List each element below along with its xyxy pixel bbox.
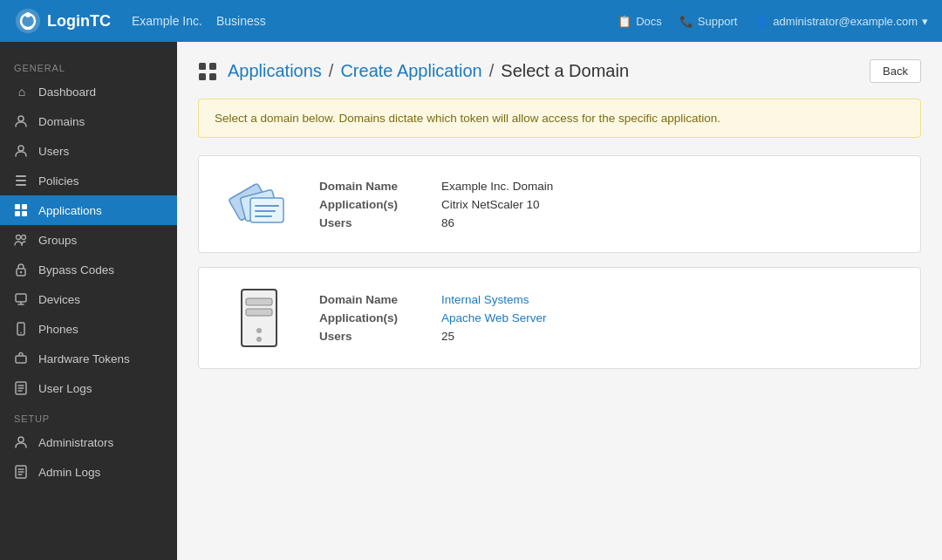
breadcrumb-separator-2: / bbox=[489, 61, 495, 81]
sidebar-item-groups[interactable]: Groups bbox=[0, 225, 177, 255]
svg-point-12 bbox=[17, 236, 21, 240]
sidebar-item-label: Administrators bbox=[38, 436, 113, 449]
docs-link[interactable]: 📋 Docs bbox=[618, 15, 662, 28]
sidebar-item-label: Applications bbox=[38, 204, 102, 217]
users-value-2: 25 bbox=[441, 330, 547, 343]
breadcrumb-separator-1: / bbox=[329, 61, 334, 81]
svg-rect-8 bbox=[15, 204, 20, 209]
applications-value-2[interactable]: Apache Web Server bbox=[441, 311, 547, 324]
domains-icon bbox=[14, 114, 30, 128]
applications-label-1: Application(s) bbox=[319, 198, 441, 211]
log-icon bbox=[14, 381, 30, 395]
users-label-2: Users bbox=[319, 330, 441, 343]
sidebar-item-label: Policies bbox=[38, 174, 79, 188]
sidebar-item-user-logs[interactable]: User Logs bbox=[0, 373, 177, 403]
breadcrumb-applications[interactable]: Applications bbox=[228, 61, 322, 81]
topnav-right: 📋 Docs 📞 Support 👤 administrator@example… bbox=[618, 15, 928, 28]
grid-icon bbox=[198, 62, 217, 81]
svg-point-3 bbox=[18, 116, 24, 121]
svg-rect-11 bbox=[22, 211, 27, 216]
svg-rect-10 bbox=[15, 211, 20, 216]
sidebar-item-label: Users bbox=[38, 145, 69, 158]
users-value-1: 86 bbox=[441, 216, 553, 229]
svg-point-13 bbox=[22, 236, 26, 240]
sidebar-item-bypass-codes[interactable]: Bypass Codes bbox=[0, 255, 177, 284]
sidebar-item-label: Dashboard bbox=[38, 85, 96, 99]
domain-name-value-2[interactable]: Internal Systems bbox=[441, 293, 547, 306]
user-menu[interactable]: 👤 administrator@example.com ▾ bbox=[754, 15, 928, 28]
token-icon bbox=[14, 352, 30, 365]
logo-text: LoginTC bbox=[47, 12, 111, 31]
svg-point-37 bbox=[256, 337, 262, 342]
svg-point-21 bbox=[18, 437, 24, 442]
breadcrumb-current: Select a Domain bbox=[501, 61, 629, 81]
domain-info-1: Domain Name Example Inc. Domain Applicat… bbox=[319, 180, 553, 229]
domain-name-label-1: Domain Name bbox=[319, 180, 441, 193]
sidebar-item-admin-logs[interactable]: Admin Logs bbox=[0, 457, 177, 487]
admin-log-icon bbox=[14, 465, 30, 479]
sidebar-item-devices[interactable]: Devices bbox=[0, 284, 177, 314]
svg-rect-24 bbox=[209, 63, 216, 70]
svg-rect-9 bbox=[22, 204, 27, 209]
svg-point-4 bbox=[18, 146, 24, 151]
sidebar-item-label: User Logs bbox=[38, 382, 92, 395]
breadcrumb-create-application[interactable]: Create Application bbox=[340, 61, 481, 81]
org-name[interactable]: Example Inc. bbox=[132, 14, 202, 28]
sidebar-item-administrators[interactable]: Administrators bbox=[0, 427, 177, 457]
domain-card-1[interactable]: Domain Name Example Inc. Domain Applicat… bbox=[198, 155, 921, 253]
user-icon: 👤 bbox=[754, 15, 768, 28]
docs-icon: 📋 bbox=[618, 15, 631, 28]
svg-rect-7 bbox=[16, 184, 26, 186]
svg-rect-35 bbox=[246, 309, 272, 316]
logo[interactable]: LoginTC bbox=[14, 7, 111, 35]
domain-name-label-2: Domain Name bbox=[319, 293, 441, 306]
lock-icon bbox=[14, 263, 30, 277]
svg-point-36 bbox=[256, 328, 262, 333]
sidebar-item-applications[interactable]: Applications bbox=[0, 195, 177, 225]
sidebar-item-phones[interactable]: Phones bbox=[0, 314, 177, 344]
svg-rect-23 bbox=[199, 63, 206, 70]
svg-rect-19 bbox=[16, 356, 26, 363]
user-icon bbox=[14, 144, 30, 158]
alert-message: Select a domain below. Domains dictate w… bbox=[198, 99, 921, 138]
sidebar-item-label: Domains bbox=[38, 115, 85, 128]
chevron-down-icon: ▾ bbox=[922, 15, 928, 28]
policies-icon bbox=[14, 174, 30, 188]
sidebar-item-label: Groups bbox=[38, 234, 77, 247]
sidebar-item-users[interactable]: Users bbox=[0, 136, 177, 166]
domain-card-2[interactable]: Domain Name Internal Systems Application… bbox=[198, 267, 921, 369]
sidebar-item-dashboard[interactable]: ⌂ Dashboard bbox=[0, 77, 177, 106]
sidebar-item-hardware-tokens[interactable]: Hardware Tokens bbox=[0, 344, 177, 373]
admin-icon bbox=[14, 435, 30, 449]
applications-label-2: Application(s) bbox=[319, 311, 441, 324]
users-label-1: Users bbox=[319, 216, 441, 229]
svg-rect-16 bbox=[16, 294, 26, 302]
layout: GENERAL ⌂ Dashboard Domains Users bbox=[0, 42, 942, 560]
back-button[interactable]: Back bbox=[870, 59, 921, 83]
main-content: Applications / Create Application / Sele… bbox=[177, 42, 942, 560]
top-navigation: LoginTC Example Inc. Business 📋 Docs 📞 S… bbox=[0, 0, 942, 42]
support-link[interactable]: 📞 Support bbox=[679, 15, 738, 28]
home-icon: ⌂ bbox=[14, 85, 30, 99]
svg-rect-5 bbox=[16, 175, 26, 177]
general-section-label: GENERAL bbox=[0, 52, 177, 77]
svg-rect-26 bbox=[209, 73, 216, 80]
domain-icon-2 bbox=[220, 285, 298, 351]
sidebar-item-label: Devices bbox=[38, 293, 80, 306]
sidebar-item-label: Admin Logs bbox=[38, 466, 100, 479]
setup-section-label: SETUP bbox=[0, 403, 177, 427]
sidebar-item-label: Hardware Tokens bbox=[38, 352, 130, 365]
svg-rect-34 bbox=[246, 298, 272, 305]
phone-icon bbox=[14, 322, 30, 336]
device-icon bbox=[14, 292, 30, 306]
svg-point-2 bbox=[25, 12, 31, 17]
domain-icon-1 bbox=[220, 174, 298, 235]
sidebar-item-policies[interactable]: Policies bbox=[0, 166, 177, 195]
business-label[interactable]: Business bbox=[216, 14, 266, 28]
sidebar: GENERAL ⌂ Dashboard Domains Users bbox=[0, 42, 177, 560]
svg-rect-25 bbox=[199, 73, 206, 80]
sidebar-item-label: Bypass Codes bbox=[38, 263, 114, 277]
sidebar-item-label: Phones bbox=[38, 323, 78, 336]
applications-value-1: Citrix NetScaler 10 bbox=[441, 198, 553, 211]
sidebar-item-domains[interactable]: Domains bbox=[0, 106, 177, 136]
